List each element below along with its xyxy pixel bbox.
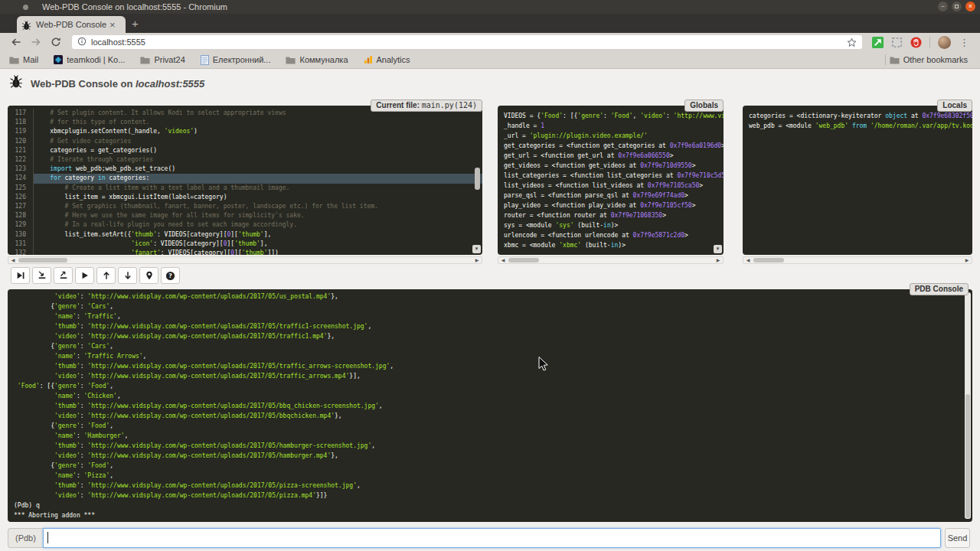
maximize-button[interactable] xyxy=(952,2,962,11)
global-variable-line: VIDEOS = {'Food': [{'genre': 'Food', 'vi… xyxy=(504,111,716,121)
code-line: 132 'fanart': VIDEOS[category][0]['thumb… xyxy=(8,249,482,255)
other-bookmarks-button[interactable]: Other bookmarks xyxy=(890,55,968,64)
code-line: 129 # In a real-life plugin you need to … xyxy=(8,220,482,230)
bookmarks-bar: Mailteamkodi | Ko...Privat24Електронний.… xyxy=(0,51,980,69)
step-out-icon xyxy=(59,271,68,280)
console-line: {'genre': 'Food', xyxy=(14,461,963,471)
scroll-right-arrow[interactable]: ▶ xyxy=(473,257,481,263)
return-button[interactable] xyxy=(54,267,73,284)
console-line: *** Aborting addon *** xyxy=(14,510,963,520)
globals-label: Globals xyxy=(684,99,724,112)
bookmark-item[interactable]: Коммуналка xyxy=(286,55,348,64)
pdb-console-label: PDB Console xyxy=(910,283,969,295)
page-info-icon[interactable] xyxy=(77,35,87,49)
close-button[interactable]: × xyxy=(965,2,975,11)
page-header: Web-PDB Console on localhost:5555 xyxy=(9,75,204,92)
global-variable-line: urlencode = <function urlencode at 0x7f9… xyxy=(504,230,716,240)
send-button[interactable]: Send xyxy=(945,528,970,548)
scrollbar-thumb[interactable] xyxy=(965,394,970,518)
scroll-left-arrow[interactable]: ◀ xyxy=(499,257,507,263)
code-line: 123 import web_pdb;web_pdb.set_trace() xyxy=(8,165,482,174)
profile-avatar[interactable] xyxy=(938,36,951,49)
address-bar[interactable]: localhost:5555 xyxy=(72,35,862,49)
console-line: {'genre': 'Food', xyxy=(14,421,963,431)
minimize-button[interactable]: − xyxy=(938,2,948,11)
local-variable-line: categories = <dictionary-keyiterator obj… xyxy=(749,111,965,121)
scrollbar-thumb[interactable] xyxy=(475,168,480,189)
bookmark-item[interactable]: Privat24 xyxy=(140,55,185,64)
bookmark-label: teamkodi | Ko... xyxy=(67,55,125,64)
bookmark-star-icon[interactable] xyxy=(847,37,857,47)
line-number: 119 xyxy=(8,127,34,136)
line-number: 130 xyxy=(8,230,34,240)
step-button[interactable] xyxy=(32,267,51,284)
scroll-down-arrow[interactable]: ▼ xyxy=(714,245,722,253)
help-button[interactable]: ? xyxy=(161,267,180,284)
code-line: 125 # Create a list item with a text lab… xyxy=(8,184,482,193)
step-into-icon xyxy=(38,271,47,280)
forward-icon[interactable] xyxy=(31,37,41,47)
line-number: 124 xyxy=(8,174,34,183)
line-number: 117 xyxy=(8,109,34,118)
console-line: 'video': 'http://www.vidsplay.com/wp-con… xyxy=(14,331,963,341)
scroll-right-arrow[interactable]: ▶ xyxy=(714,257,722,263)
browser-tab[interactable]: Web-PDB Console on loca × xyxy=(17,16,126,33)
console-line: 'name': 'Pizza', xyxy=(14,471,963,481)
extension-resizer-icon[interactable] xyxy=(872,37,884,48)
global-variable-line: router = <function router at 0x7f9e71068… xyxy=(504,210,716,220)
locals-horizontal-scrollbar[interactable]: ◀ ▶ xyxy=(743,256,972,264)
scrollbar-thumb[interactable] xyxy=(18,258,67,262)
continue-icon xyxy=(80,271,90,280)
globals-horizontal-scrollbar[interactable]: ◀ ▶ xyxy=(498,256,724,264)
window-controls: − × xyxy=(938,2,975,11)
continue-button[interactable] xyxy=(75,267,94,284)
scroll-down-arrow[interactable]: ▼ xyxy=(472,245,481,253)
where-button[interactable] xyxy=(139,267,158,284)
help-icon: ? xyxy=(165,271,175,281)
up-button[interactable] xyxy=(96,267,116,284)
back-icon[interactable] xyxy=(11,37,21,47)
tab-strip: Web-PDB Console on loca × + xyxy=(0,14,980,33)
scrollbar-thumb[interactable] xyxy=(508,258,539,262)
down-button[interactable] xyxy=(118,267,137,284)
bookmarks-separator xyxy=(885,54,886,65)
page-title-host: localhost:5555 xyxy=(136,78,204,90)
new-tab-button[interactable]: + xyxy=(132,17,139,31)
arrow-down-icon xyxy=(123,271,132,280)
console-vertical-scrollbar[interactable] xyxy=(965,292,971,519)
code-line: 120 # Get video categories xyxy=(8,137,482,146)
tab-close-icon[interactable]: × xyxy=(109,20,116,30)
extension-capture-icon[interactable] xyxy=(891,37,903,48)
bookmark-item[interactable]: Електронний... xyxy=(201,55,271,65)
console-line: 'thumb': 'http://www.vidsplay.com/wp-con… xyxy=(14,361,963,371)
url-text[interactable]: localhost:5555 xyxy=(91,37,145,47)
folder-icon xyxy=(890,56,900,64)
code-horizontal-scrollbar[interactable]: ◀ ▶ xyxy=(8,256,482,264)
scrollbar-thumb[interactable] xyxy=(753,258,784,262)
scroll-left-arrow[interactable]: ◀ xyxy=(9,257,17,263)
bookmark-item[interactable]: teamkodi | Ko... xyxy=(54,55,125,64)
console-line: 'video': 'http://www.vidsplay.com/wp-con… xyxy=(14,491,963,500)
code-vertical-scrollbar[interactable] xyxy=(474,108,481,244)
next-button[interactable] xyxy=(11,267,30,284)
line-number: 127 xyxy=(8,202,34,211)
command-input[interactable] xyxy=(43,528,941,548)
console-line: 'name': 'Hamburger', xyxy=(14,431,963,441)
global-variable-line: play_video = <function play_video at 0x7… xyxy=(504,201,716,210)
webpdb-bug-favicon xyxy=(21,20,31,30)
location-pin-icon xyxy=(145,271,154,280)
code-line: 122 # Iterate through categories xyxy=(8,155,482,165)
scroll-left-arrow[interactable]: ◀ xyxy=(744,257,752,263)
console-line: {'genre': 'Cars', xyxy=(14,341,963,351)
browser-menu-icon[interactable]: ⋮ xyxy=(959,37,969,48)
console-line: 'thumb': 'http://www.vidsplay.com/wp-con… xyxy=(14,401,963,411)
global-variable-line: _handle = 1 xyxy=(504,121,716,131)
bookmark-item[interactable]: Mail xyxy=(9,55,38,64)
global-variable-line: get_categories = <function get_categorie… xyxy=(504,141,716,151)
scroll-right-arrow[interactable]: ▶ xyxy=(963,257,971,263)
extension-adblock-icon[interactable] xyxy=(910,37,922,48)
bookmark-label: Mail xyxy=(23,55,38,64)
code-line: 119 xbmcplugin.setContent(_handle, 'vide… xyxy=(8,127,482,136)
bookmark-item[interactable]: Analytics xyxy=(364,55,410,64)
reload-icon[interactable] xyxy=(51,37,61,47)
